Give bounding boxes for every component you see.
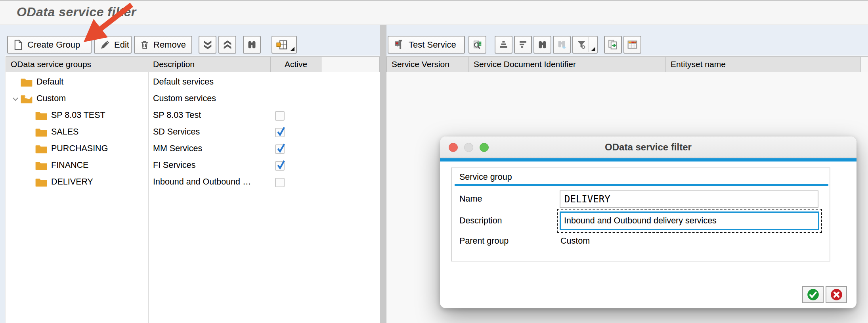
group-description: Custom services <box>153 94 216 104</box>
left-margin <box>0 56 5 323</box>
dropdown-triangle-icon <box>591 47 595 51</box>
dropdown-triangle-icon <box>290 47 294 51</box>
name-field[interactable]: DELIVERY <box>560 190 818 208</box>
closed-folder-icon <box>35 111 47 121</box>
remove-button[interactable]: Remove <box>134 36 192 54</box>
column-header-active[interactable]: Active <box>271 56 321 72</box>
closed-folder-icon <box>35 177 47 187</box>
column-header-groups[interactable]: OData service groups <box>6 56 148 72</box>
column-header-entityset[interactable]: Entityset name <box>666 56 861 72</box>
pencil-icon <box>99 39 111 50</box>
test-service-icon <box>393 39 405 51</box>
layout-grid-icon <box>275 39 289 51</box>
page-title: OData service filter <box>17 5 136 19</box>
closed-folder-icon <box>21 77 33 87</box>
layout-settings-button[interactable] <box>271 36 297 54</box>
groups-table-header: OData service groups Description Active <box>6 56 380 72</box>
test-service-label: Test Service <box>409 40 456 50</box>
title-strip: OData service filter <box>0 0 868 25</box>
new-document-icon <box>13 39 24 51</box>
dialog-title: OData service filter <box>440 142 857 153</box>
column-header-service-doc-id[interactable]: Service Document Identifier <box>469 56 666 72</box>
dialog-titlebar[interactable]: OData service filter <box>440 137 857 158</box>
group-name: DELIVERY <box>51 177 93 187</box>
edit-button[interactable]: Edit <box>94 36 132 54</box>
cancel-button[interactable] <box>826 286 847 303</box>
create-group-label: Create Group <box>27 40 80 50</box>
closed-folder-icon <box>35 127 47 137</box>
active-checkbox[interactable] <box>275 161 285 171</box>
description-label: Description <box>459 216 502 226</box>
binoculars-plus-icon <box>556 39 567 50</box>
binoculars-icon <box>247 39 257 50</box>
group-description: Default services <box>153 77 214 87</box>
group-name: SP 8.03 TEST <box>51 110 105 120</box>
section-underline <box>455 184 828 186</box>
services-table-header: Service Version Service Document Identif… <box>386 56 868 72</box>
groups-tree-table: DefaultDefault servicesCustomCustom serv… <box>6 72 380 323</box>
active-checkbox[interactable] <box>275 128 285 137</box>
tree-row-sales[interactable]: SALESSD Services <box>6 124 380 141</box>
service-group-box: Service group Name DELIVERY Description … <box>451 167 830 261</box>
tree-row-sp-8-03-test[interactable]: SP 8.03 TESTSP 8.03 Test <box>6 108 380 124</box>
trash-icon <box>140 39 150 50</box>
tree-row-delivery[interactable]: DELIVERYInbound and Outbound … <box>6 174 380 191</box>
find-next-button[interactable] <box>553 36 571 54</box>
binoculars-icon <box>537 39 548 50</box>
tree-row-default[interactable]: DefaultDefault services <box>6 74 380 91</box>
edit-label: Edit <box>114 40 129 50</box>
parent-group-label: Parent group <box>459 236 509 246</box>
panel-splitter[interactable] <box>380 25 386 323</box>
column-header-description[interactable]: Description <box>148 56 271 72</box>
closed-folder-icon <box>35 161 47 171</box>
group-name: SALES <box>51 127 78 137</box>
group-description: MM Services <box>153 144 202 154</box>
active-checkbox[interactable] <box>275 178 285 187</box>
sort-ascending-button[interactable] <box>495 36 512 54</box>
display-details-button[interactable] <box>468 36 486 54</box>
group-name: Default <box>36 77 63 87</box>
tree-expander-icon[interactable] <box>11 95 19 103</box>
group-name: FINANCE <box>51 160 88 170</box>
find-button-right[interactable] <box>533 36 551 54</box>
open-folder-icon <box>21 94 33 104</box>
double-chevron-up-icon <box>222 39 233 50</box>
red-x-icon <box>830 288 843 301</box>
column-header-blank <box>321 56 380 72</box>
expand-all-button[interactable] <box>218 36 236 54</box>
table-settings-button[interactable] <box>623 36 641 54</box>
magnifier-list-icon <box>472 39 483 51</box>
collapse-all-button[interactable] <box>199 36 216 54</box>
group-description: FI Services <box>153 160 196 170</box>
colored-grid-icon <box>627 39 638 50</box>
tree-row-custom[interactable]: CustomCustom services <box>6 91 380 108</box>
export-document-icon <box>607 39 619 50</box>
column-header-blank <box>861 56 868 72</box>
green-check-icon <box>807 288 820 301</box>
section-title: Service group <box>459 172 512 182</box>
tree-row-purchasing[interactable]: PURCHASINGMM Services <box>6 141 380 158</box>
sort-ascending-icon <box>498 39 509 50</box>
group-description: Inbound and Outbound … <box>153 177 251 187</box>
tree-row-finance[interactable]: FINANCEFI Services <box>6 158 380 174</box>
export-button[interactable] <box>604 36 622 54</box>
sort-descending-button[interactable] <box>514 36 532 54</box>
name-label: Name <box>459 194 482 204</box>
divider <box>589 37 589 52</box>
remove-label: Remove <box>153 40 186 50</box>
active-checkbox[interactable] <box>275 144 285 154</box>
description-field[interactable]: Inbound and Outbound delivery services <box>560 211 819 230</box>
active-checkbox[interactable] <box>275 111 285 121</box>
column-header-service-version[interactable]: Service Version <box>386 56 469 72</box>
odata-service-filter-dialog: OData service filter Service group Name … <box>440 137 857 308</box>
filter-funnel-icon <box>576 39 587 50</box>
group-name: Custom <box>36 94 66 104</box>
confirm-button[interactable] <box>802 286 824 303</box>
group-description: SD Services <box>153 127 200 137</box>
find-button-left[interactable] <box>243 36 261 54</box>
create-group-button[interactable]: Create Group <box>7 36 92 54</box>
closed-folder-icon <box>35 144 47 154</box>
test-service-button[interactable]: Test Service <box>388 36 465 54</box>
filter-button[interactable] <box>572 36 598 54</box>
group-description: SP 8.03 Test <box>153 110 201 120</box>
